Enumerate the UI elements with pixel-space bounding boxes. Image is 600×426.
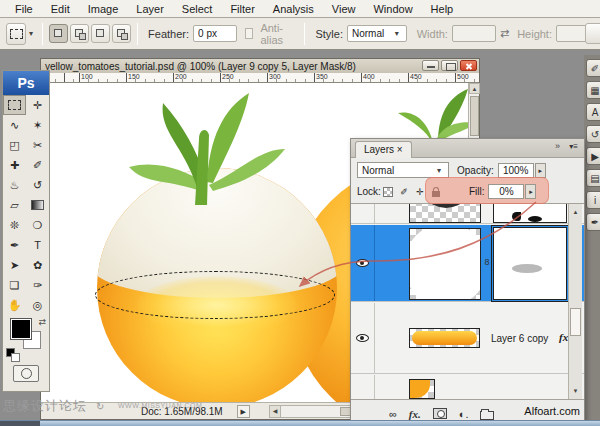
menu-item-view[interactable]: View — [323, 2, 365, 16]
opacity-value[interactable]: 100% — [498, 163, 534, 178]
layer-style-icon[interactable]: fx. — [409, 408, 421, 420]
visibility-cell[interactable] — [351, 303, 375, 373]
elliptical-selection[interactable] — [95, 271, 335, 319]
style-select[interactable]: Normal ▾ — [347, 25, 407, 42]
gradient-tool[interactable] — [26, 195, 49, 215]
menu-item-edit[interactable]: Edit — [42, 2, 79, 16]
swap-dimensions-icon[interactable]: ⇄ — [500, 27, 509, 40]
visibility-cell[interactable] — [351, 375, 375, 399]
lock-transparency-icon[interactable] — [381, 185, 395, 198]
anti-alias-checkbox[interactable] — [245, 28, 254, 39]
panel-menu-icon[interactable]: ▾≡ — [569, 142, 578, 151]
maximize-button[interactable] — [441, 60, 458, 71]
layer-thumbnail[interactable] — [409, 228, 481, 300]
visibility-cell[interactable] — [351, 204, 375, 223]
scroll-left-icon[interactable]: ◀ — [270, 406, 281, 417]
add-to-selection-button[interactable] — [70, 24, 89, 43]
dock-history-icon[interactable]: ↺ — [586, 125, 600, 143]
new-selection-button[interactable] — [49, 24, 68, 43]
preset-caret-icon[interactable]: ▾ — [29, 29, 33, 38]
menu-item-analysis[interactable]: Analysis — [264, 2, 323, 16]
tool-preset-button[interactable] — [6, 23, 26, 45]
feather-input[interactable] — [193, 25, 237, 42]
eraser-tool[interactable]: ▱ — [3, 195, 26, 215]
eye-icon[interactable] — [356, 259, 369, 267]
subtract-from-selection-button[interactable] — [91, 24, 110, 43]
menu-item-image[interactable]: Image — [79, 2, 128, 16]
layer-fx-icon[interactable]: fx — [559, 331, 568, 343]
fill-spinner-icon[interactable]: ▸ — [525, 184, 536, 199]
status-options-icon[interactable]: ▶ — [237, 405, 250, 418]
collapse-arrows-icon[interactable]: » — [555, 141, 560, 151]
close-button[interactable] — [460, 60, 477, 71]
dock-swatches-icon[interactable]: ▦ — [586, 81, 600, 99]
layer-row-layer6copy[interactable]: Layer 6 copy fx ▾ — [351, 303, 584, 374]
default-colors-icon[interactable] — [6, 348, 15, 357]
layer-name[interactable]: Layer 6 copy — [491, 333, 548, 344]
spot-healing-brush-tool[interactable]: ✚ — [3, 155, 26, 175]
move-tool[interactable]: ✛ — [26, 95, 49, 115]
notes-tool[interactable]: ❏ — [3, 275, 26, 295]
menu-item-filter[interactable]: Filter — [221, 2, 263, 16]
menu-item-select[interactable]: Select — [173, 2, 222, 16]
layers-panel-header[interactable]: Layers × » ▾≡ — [351, 139, 584, 158]
eyedropper-tool[interactable]: ✑ — [26, 275, 49, 295]
rectangular-marquee-tool[interactable] — [3, 95, 26, 115]
intersect-selection-button[interactable] — [112, 24, 131, 43]
fill-value[interactable]: 0% — [488, 184, 524, 199]
blend-mode-select[interactable]: Normal ▾ — [357, 162, 449, 178]
layers-scrollbar[interactable]: ▲ ▼ — [568, 204, 582, 399]
layer-row-selected[interactable]: 8 — [351, 225, 584, 302]
blur-tool[interactable]: ❊ — [3, 215, 26, 235]
dock-channels-icon[interactable]: ▤ — [586, 169, 600, 187]
pen-tool[interactable]: ✒ — [3, 235, 26, 255]
swap-colors-icon[interactable]: ⇄ — [38, 317, 46, 327]
dodge-tool[interactable]: ❍ — [26, 215, 49, 235]
layer-thumbnail[interactable] — [409, 328, 480, 348]
path-selection-tool[interactable]: ➤ — [3, 255, 26, 275]
magic-wand-tool[interactable]: ✶ — [26, 115, 49, 135]
brush-tool[interactable]: ✐ — [26, 155, 49, 175]
document-title-bar[interactable]: yellow_tomatoes_tutorial.psd @ 100% (Lay… — [41, 59, 479, 73]
layer-thumbnail[interactable] — [409, 203, 481, 223]
menu-item-help[interactable]: Help — [422, 2, 463, 16]
dock-info-icon[interactable]: i — [586, 191, 600, 209]
width-input[interactable] — [452, 25, 496, 42]
scroll-up-icon[interactable]: ▲ — [469, 83, 480, 94]
layers-scroll-thumb[interactable] — [570, 308, 581, 336]
layer-mask-link-icon[interactable]: 8 — [482, 257, 492, 267]
vertical-scroll-thumb[interactable] — [470, 96, 479, 136]
foreground-color-swatch[interactable] — [11, 319, 31, 339]
layer-mask-thumbnail[interactable] — [493, 203, 567, 223]
link-layers-icon[interactable]: ∞ — [389, 408, 397, 420]
quick-mask-button[interactable] — [13, 365, 39, 382]
list-scroll-down-icon[interactable]: ▼ — [569, 385, 582, 397]
custom-shape-tool[interactable]: ✿ — [26, 255, 49, 275]
lasso-tool[interactable]: ∿ — [3, 115, 26, 135]
visibility-cell[interactable] — [351, 225, 375, 301]
slice-tool[interactable]: ✂ — [26, 135, 49, 155]
menu-item-layer[interactable]: Layer — [127, 2, 173, 16]
layers-tab[interactable]: Layers × — [355, 141, 412, 158]
menu-item-file[interactable]: File — [6, 2, 42, 16]
list-scroll-up-icon[interactable]: ▲ — [569, 206, 582, 218]
dock-actions-icon[interactable]: ▶ — [586, 147, 600, 165]
adjustment-layer-icon[interactable]: ◐. — [459, 408, 469, 420]
type-tool[interactable]: T — [26, 235, 49, 255]
dock-paths-icon[interactable]: ✒ — [586, 213, 600, 231]
eye-icon[interactable] — [356, 334, 369, 342]
history-brush-tool[interactable]: ↺ — [26, 175, 49, 195]
add-layer-mask-icon[interactable] — [433, 408, 447, 419]
hand-tool[interactable]: ✋ — [3, 295, 26, 315]
layer-row-top-partial[interactable] — [351, 204, 584, 224]
lock-pixels-icon[interactable]: ✐ — [397, 185, 411, 198]
dock-brushes-icon[interactable]: ✐ — [586, 59, 600, 77]
new-group-icon[interactable] — [480, 411, 494, 420]
layer-row-bottom-partial[interactable] — [351, 375, 584, 399]
clone-stamp-tool[interactable]: ♨ — [3, 175, 26, 195]
crop-tool[interactable]: ◰ — [3, 135, 26, 155]
refine-edge-button[interactable]: Re — [585, 23, 600, 44]
zoom-tool[interactable]: ◎ — [26, 295, 49, 315]
layer-thumbnail[interactable] — [409, 379, 435, 399]
minimize-button[interactable] — [422, 60, 439, 71]
